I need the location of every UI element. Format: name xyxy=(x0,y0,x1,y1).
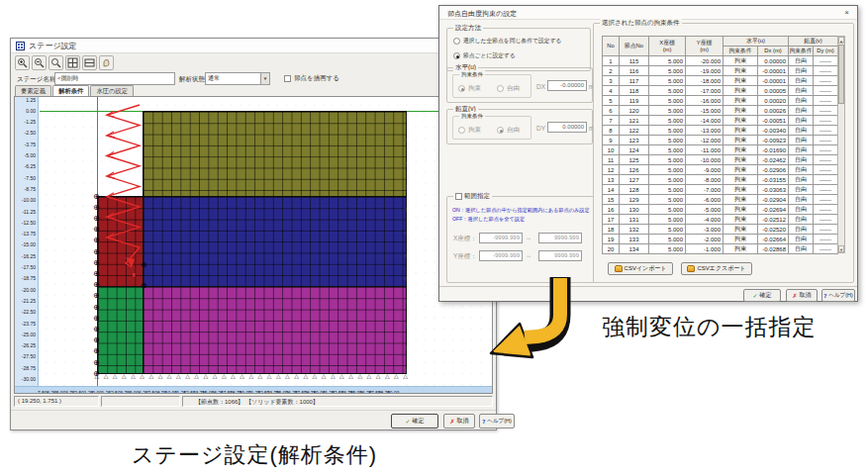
table-cell[interactable]: 20 xyxy=(603,244,620,254)
table-cell[interactable]: 122 xyxy=(620,126,649,136)
table-cell[interactable]: 自由 xyxy=(789,175,814,185)
table-cell[interactable]: 拘束 xyxy=(723,175,758,185)
table-cell[interactable]: -0.02512 xyxy=(758,215,789,225)
radio-icon[interactable] xyxy=(497,127,504,134)
stage-name-input[interactable]: <掘削時 xyxy=(54,72,175,85)
table-cell[interactable]: -1.000 xyxy=(686,244,723,254)
table-cell[interactable]: -14.000 xyxy=(686,116,723,126)
table-cell[interactable]: 5.000 xyxy=(649,76,686,86)
table-cell[interactable]: 115 xyxy=(620,56,649,66)
table-cell[interactable]: 19 xyxy=(603,235,620,244)
table-cell[interactable]: -16.000 xyxy=(686,96,723,106)
table-cell[interactable]: 拘束 xyxy=(723,126,758,136)
grid-view-button[interactable] xyxy=(65,55,80,70)
table-cell[interactable]: -0.02664 xyxy=(758,235,789,244)
table-row[interactable]: 121265.000-9.000拘束-0.02906自由------ xyxy=(603,165,838,175)
table-cell[interactable]: ------ xyxy=(814,244,838,254)
table-row[interactable]: 71215.000-14.000拘束-0.00051自由------ xyxy=(603,116,838,126)
table-cell[interactable]: -0.02868 xyxy=(758,244,789,254)
scrollbar-thumb[interactable] xyxy=(838,45,844,104)
table-cell[interactable]: 拘束 xyxy=(723,136,758,145)
dialog-ok-button[interactable]: ✓ 確定 xyxy=(743,289,781,302)
radio-all-nodes-same[interactable]: 選択した全節点を同じ条件で設定する xyxy=(453,37,562,46)
table-cell[interactable]: 5.000 xyxy=(649,195,686,205)
table-cell[interactable]: 拘束 xyxy=(723,155,758,165)
table-cell[interactable]: -20.000 xyxy=(686,56,723,66)
table-row[interactable]: 11155.000-20.000拘束0.00000自由------ xyxy=(603,56,838,66)
radio-vertical-fixed[interactable]: 拘束 xyxy=(458,126,481,135)
zoom-in-button[interactable] xyxy=(15,55,30,70)
table-cell[interactable]: 5.000 xyxy=(649,145,686,155)
region-wall-column[interactable] xyxy=(97,196,144,287)
table-cell[interactable]: 自由 xyxy=(789,145,814,155)
table-cell[interactable]: 118 xyxy=(620,86,649,96)
table-row[interactable]: 131275.000-8.000拘束-0.03155自由------ xyxy=(603,175,838,185)
mesh-canvas[interactable]: 1.250.00-1.25-2.50-3.75-5.00-6.25-7.50-8… xyxy=(14,96,493,394)
table-cell[interactable]: 拘束 xyxy=(723,215,758,225)
table-cell[interactable]: 127 xyxy=(620,175,649,185)
radio-vertical-free[interactable]: 自由 xyxy=(497,126,520,135)
table-cell[interactable]: -11.000 xyxy=(686,145,723,155)
table-cell[interactable]: 129 xyxy=(620,195,649,205)
pan-button[interactable] xyxy=(99,55,114,70)
region-lower-soil[interactable] xyxy=(143,286,407,374)
table-cell[interactable]: 自由 xyxy=(789,76,814,86)
table-cell[interactable]: 5.000 xyxy=(649,56,686,66)
table-cell[interactable]: 128 xyxy=(620,185,649,195)
table-cell[interactable]: 119 xyxy=(620,96,649,106)
y-max-input[interactable]: 9999.999 xyxy=(538,250,582,261)
table-cell[interactable]: 拘束 xyxy=(723,225,758,235)
table-cell[interactable]: 121 xyxy=(620,116,649,126)
region-lower-left[interactable] xyxy=(97,286,144,374)
table-row[interactable]: 201345.000-1.000拘束-0.02868自由------ xyxy=(603,244,838,254)
table-cell[interactable]: ------ xyxy=(814,56,838,66)
table-cell[interactable]: 116 xyxy=(620,66,649,76)
table-cell[interactable]: 17 xyxy=(603,215,620,225)
table-cell[interactable]: 5.000 xyxy=(649,155,686,165)
table-cell[interactable]: -0.02462 xyxy=(758,155,789,165)
table-cell[interactable]: 5.000 xyxy=(649,116,686,126)
x-min-input[interactable]: -9999.999 xyxy=(479,233,523,243)
table-row[interactable]: 161305.000-5.000拘束-0.02694自由------ xyxy=(603,205,838,215)
table-cell[interactable]: 6 xyxy=(603,106,620,116)
table-row[interactable]: 151295.000-6.000拘束-0.02904自由------ xyxy=(603,195,838,205)
table-cell[interactable]: ------ xyxy=(814,235,838,244)
table-cell[interactable]: 拘束 xyxy=(723,86,758,96)
table-cell[interactable]: 132 xyxy=(620,225,649,235)
table-cell[interactable]: 5.000 xyxy=(649,205,686,215)
table-cell[interactable]: ------ xyxy=(814,205,838,215)
table-cell[interactable]: 5.000 xyxy=(649,175,686,185)
table-cell[interactable]: 5.000 xyxy=(649,136,686,145)
dy-input[interactable]: 0.00000 xyxy=(547,122,587,133)
analysis-state-select[interactable]: 通常 ▼ xyxy=(205,72,270,85)
table-cell[interactable]: 0.00020 xyxy=(758,96,789,106)
table-cell[interactable]: 拘束 xyxy=(723,165,758,175)
table-cell[interactable]: ------ xyxy=(814,175,838,185)
table-cell[interactable]: -17.000 xyxy=(686,86,723,96)
table-cell[interactable]: 117 xyxy=(620,76,649,86)
y-min-input[interactable]: -9999.999 xyxy=(479,250,523,261)
table-cell[interactable]: 5.000 xyxy=(649,106,686,116)
table-cell[interactable]: 5.000 xyxy=(649,185,686,195)
table-cell[interactable]: ------ xyxy=(814,116,838,126)
table-cell[interactable]: 18 xyxy=(603,225,620,235)
constraint-table[interactable]: No 節点No X座標(m) Y座標(m) 水平(u) 鉛直(v) 拘束条件 D… xyxy=(602,36,838,254)
table-cell[interactable]: ------ xyxy=(814,195,838,205)
table-cell[interactable]: 15 xyxy=(603,195,620,205)
table-cell[interactable]: 0.00005 xyxy=(758,86,789,96)
table-cell[interactable]: 1 xyxy=(603,56,620,66)
table-cell[interactable]: -0.00340 xyxy=(758,126,789,136)
table-cell[interactable]: 11 xyxy=(603,155,620,165)
table-cell[interactable]: 14 xyxy=(603,185,620,195)
dx-input[interactable]: -0.00000 xyxy=(547,80,587,91)
dialog-help-button[interactable]: ? ヘルプ(H) xyxy=(821,289,855,302)
table-cell[interactable]: 拘束 xyxy=(723,205,758,215)
radio-per-node[interactable]: 節点ごとに設定する xyxy=(453,51,516,60)
table-cell[interactable]: -7.000 xyxy=(686,185,723,195)
table-cell[interactable]: -0.00051 xyxy=(758,116,789,126)
table-scrollbar[interactable]: ▲ ▼ xyxy=(837,36,845,253)
checkbox-icon[interactable] xyxy=(455,193,462,200)
table-cell[interactable]: -4.000 xyxy=(686,215,723,225)
region-middle-soil[interactable] xyxy=(143,196,407,287)
table-row[interactable]: 61205.000-15.000拘束0.00026自由------ xyxy=(603,106,838,116)
